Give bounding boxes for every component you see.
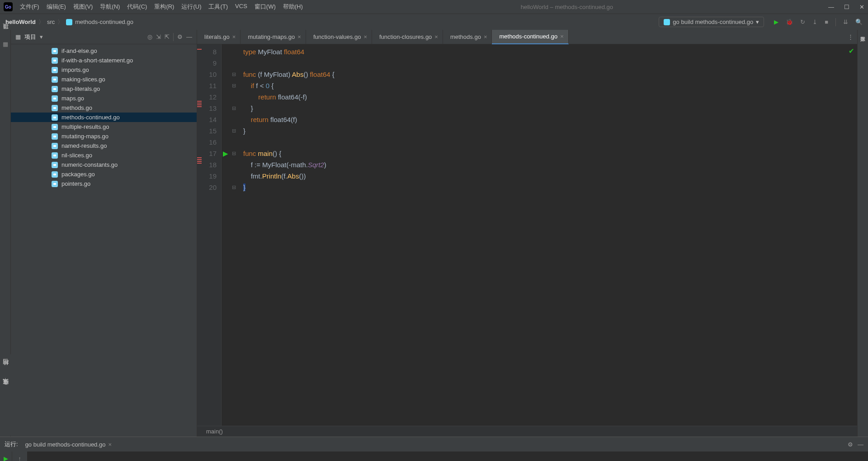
go-file-icon [52, 181, 58, 187]
editor-tab[interactable]: literals.go× [197, 30, 241, 44]
code-content[interactable]: type MyFloat float64 func (f MyFloat) Ab… [238, 44, 857, 426]
window-title: helloWorld – methods-continued.go [306, 4, 828, 10]
tree-file-item[interactable]: numeric-constants.go [11, 160, 197, 169]
menu-window[interactable]: 窗口(W) [252, 1, 278, 13]
menu-refactor[interactable]: 重构(R) [151, 1, 177, 13]
minimize-icon[interactable]: — [828, 4, 834, 10]
code-editor[interactable]: 891011121314151617181920 ▶ ⊟⊟⊟⊟⊟⊟ type M… [197, 44, 857, 426]
breadcrumb: helloWorld 〉 src 〉 methods-continued.go [5, 18, 133, 26]
tree-file-item[interactable]: mutating-maps.go [11, 132, 197, 141]
maximize-icon[interactable]: ☐ [844, 4, 849, 10]
hide-icon[interactable]: — [858, 441, 863, 448]
tree-file-item[interactable]: nil-slices.go [11, 151, 197, 160]
go-file-icon [52, 133, 58, 140]
inspection-ok-icon: ✔ [849, 47, 854, 55]
editor-tab[interactable]: function-values.go× [306, 30, 372, 44]
tree-file-item[interactable]: named-results.go [11, 141, 197, 151]
tree-file-item[interactable]: if-with-a-short-statement.go [11, 56, 197, 65]
left-tool-strip-bottom: ▥ 结构 ★ 收藏夹 [0, 354, 11, 436]
stop-icon[interactable]: ■ [825, 19, 828, 25]
close-tab-icon[interactable]: × [484, 33, 487, 40]
chevron-down-icon: ▾ [756, 19, 759, 25]
close-icon[interactable]: ✕ [859, 4, 864, 10]
close-tab-icon[interactable]: × [297, 33, 301, 40]
rerun-icon[interactable]: ▶ [4, 455, 8, 461]
go-file-icon [52, 114, 58, 121]
editor-tab[interactable]: mutating-maps.go× [241, 30, 306, 44]
nav-toolbar: helloWorld 〉 src 〉 methods-continued.go … [0, 14, 868, 30]
menu-edit[interactable]: 编辑(E) [44, 1, 69, 13]
go-file-icon [664, 19, 670, 25]
go-file-icon [52, 105, 58, 111]
line-numbers: 891011121314151617181920 [200, 44, 222, 426]
run-toolbar-mid: ↑ ↓ ⏎ ⤓ 🖶 🗑 [12, 452, 27, 461]
vcs-update-icon[interactable]: ⇊ [843, 19, 848, 25]
collapse-icon[interactable]: ⇱ [165, 33, 170, 40]
run-button-icon[interactable]: ▶ [774, 19, 778, 25]
up-arrow-icon[interactable]: ↑ [18, 455, 21, 461]
tree-file-item[interactable]: methods-continued.go [11, 113, 197, 122]
editor-area: literals.go×mutating-maps.go×function-va… [197, 30, 857, 437]
right-tool-strip: 数据库 [857, 30, 868, 437]
run-gutter: ▶ [222, 44, 230, 426]
titlebar: Go 文件(F) 编辑(E) 视图(V) 导航(N) 代码(C) 重构(R) 运… [0, 0, 868, 14]
menu-file[interactable]: 文件(F) [17, 1, 42, 13]
editor-tab[interactable]: function-closures.go× [372, 30, 443, 44]
close-tab-icon[interactable]: × [434, 33, 438, 40]
run-config-selector[interactable]: go build methods-continued.go ▾ [659, 17, 764, 27]
search-icon[interactable]: 🔍 [855, 19, 863, 25]
go-file-icon [52, 95, 58, 102]
crumb-project[interactable]: helloWorld [5, 19, 36, 25]
tree-file-item[interactable]: packages.go [11, 169, 197, 179]
structure-icon[interactable]: ▥ [3, 357, 8, 364]
project-tree[interactable]: if-and-else.goif-with-a-short-statement.… [11, 44, 197, 437]
tree-file-item[interactable]: maps.go [11, 94, 197, 103]
debug-button-icon[interactable]: 🐞 [786, 19, 793, 25]
tree-file-item[interactable]: multiple-results.go [11, 122, 197, 132]
go-file-icon [52, 152, 58, 159]
gear-icon[interactable]: ⚙ [177, 33, 183, 40]
menu-code[interactable]: 代码(C) [124, 1, 150, 13]
tree-file-item[interactable]: imports.go [11, 65, 197, 75]
go-file-icon [52, 124, 58, 130]
editor-tab[interactable]: methods-continued.go× [492, 30, 568, 44]
hide-icon[interactable]: — [186, 33, 192, 40]
run-console[interactable]: ⊞<4 go 设置调用> 1.4142135623730951 进程完成，并显示… [27, 452, 868, 461]
menu-run[interactable]: 运行(U) [179, 1, 204, 13]
tree-file-item[interactable]: methods.go [11, 103, 197, 113]
tree-file-item[interactable]: pointers.go [11, 179, 197, 188]
locate-icon[interactable]: ◎ [147, 33, 152, 40]
tree-file-item[interactable]: if-and-else.go [11, 46, 197, 56]
close-tab-icon[interactable]: × [363, 33, 367, 40]
panel-title: 项目 [24, 33, 36, 41]
gear-icon[interactable]: ⚙ [848, 441, 853, 448]
run-toolbar-left: ▶ 🔧 ■ ▤ 📌 [0, 452, 12, 461]
menu-view[interactable]: 视图(V) [71, 1, 95, 13]
main-body: 项目 ▦ ▦ 项目 ▾ ◎ ⇲ ⇱ ⚙ — if-and-else.goif-w… [0, 30, 868, 437]
menu-vcs[interactable]: VCS [232, 1, 250, 13]
run-panel-title: 运行: [5, 440, 18, 448]
editor-tab[interactable]: methods.go× [443, 30, 492, 44]
crumb-file[interactable]: methods-continued.go [75, 19, 133, 25]
panel-folder-icon: ▦ [15, 33, 21, 40]
run-line-marker-icon[interactable]: ▶ [222, 148, 230, 159]
go-file-icon [52, 67, 58, 73]
code-breadcrumb: main() [197, 426, 857, 437]
menu-tools[interactable]: 工具(T) [206, 1, 231, 13]
chevron-down-icon[interactable]: ▾ [40, 33, 43, 40]
coverage-icon[interactable]: ↻ [800, 19, 805, 25]
favorite-icon[interactable]: ★ [3, 376, 8, 383]
run-panel-config[interactable]: go build methods-continued.go × [23, 441, 112, 448]
fold-gutter: ⊟⊟⊟⊟⊟⊟ [230, 44, 238, 426]
close-tab-icon[interactable]: × [232, 33, 236, 40]
close-tab-icon[interactable]: × [560, 33, 564, 40]
tree-file-item[interactable]: map-literals.go [11, 84, 197, 94]
tree-file-item[interactable]: making-slices.go [11, 75, 197, 84]
app-logo-icon: Go [4, 2, 13, 11]
menu-help[interactable]: 帮助(H) [280, 1, 306, 13]
menu-nav[interactable]: 导航(N) [97, 1, 123, 13]
crumb-dir[interactable]: src [47, 19, 55, 25]
tab-dropdown-icon[interactable]: ⋮ [844, 33, 857, 40]
expand-icon[interactable]: ⇲ [156, 33, 161, 40]
profiler-icon[interactable]: ⤓ [812, 19, 817, 25]
